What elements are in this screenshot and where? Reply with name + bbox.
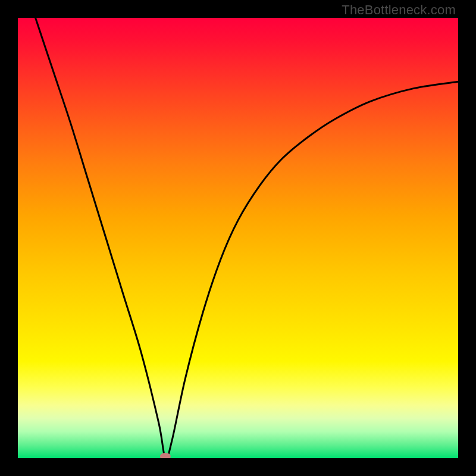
plot-area [18,18,458,458]
chart-frame: TheBottleneck.com [0,0,476,476]
bottleneck-curve [18,18,458,458]
curve-line [36,18,458,458]
watermark-text: TheBottleneck.com [342,2,456,18]
